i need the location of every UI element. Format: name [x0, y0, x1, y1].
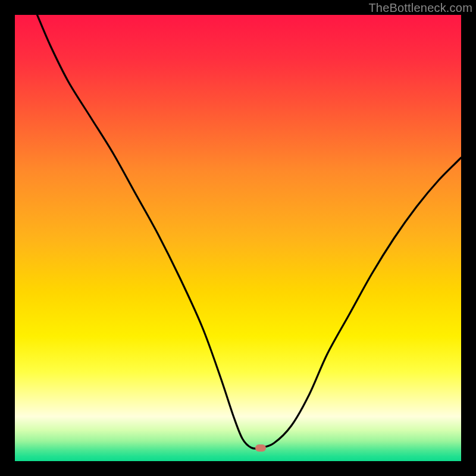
plot-area	[15, 15, 461, 461]
bottleneck-curve	[15, 15, 461, 461]
bottleneck-marker	[255, 444, 266, 452]
watermark-text: TheBottleneck.com	[368, 1, 472, 15]
chart-frame: TheBottleneck.com	[0, 0, 476, 476]
